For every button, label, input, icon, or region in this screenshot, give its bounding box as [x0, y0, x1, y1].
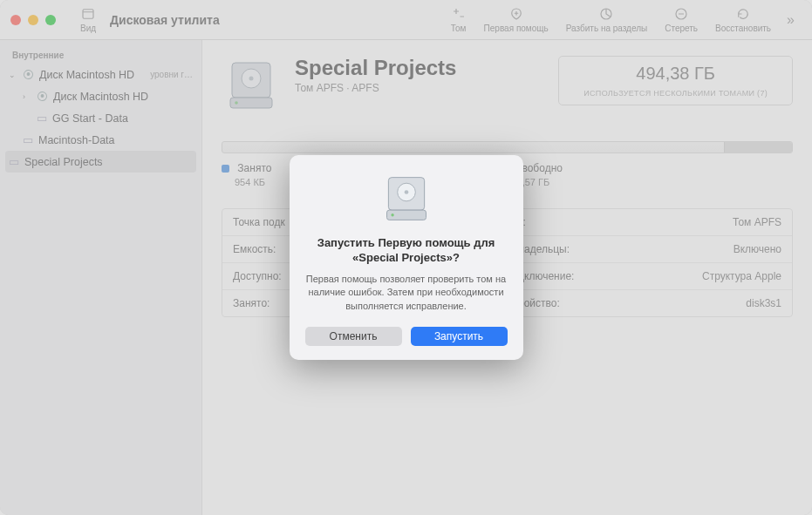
run-button[interactable]: Запустить: [411, 327, 508, 346]
svg-point-10: [404, 190, 408, 194]
dialog-body: Первая помощь позволяет проверить том на…: [305, 273, 508, 313]
dialog-hdd-icon: [380, 173, 433, 225]
cancel-button[interactable]: Отменить: [305, 327, 402, 346]
modal-overlay: Запустить Первую помощь для «Special Pro…: [0, 0, 812, 515]
svg-point-12: [391, 213, 393, 216]
first-aid-dialog: Запустить Первую помощь для «Special Pro…: [290, 155, 523, 360]
dialog-title: Запустить Первую помощь для «Special Pro…: [305, 235, 508, 266]
